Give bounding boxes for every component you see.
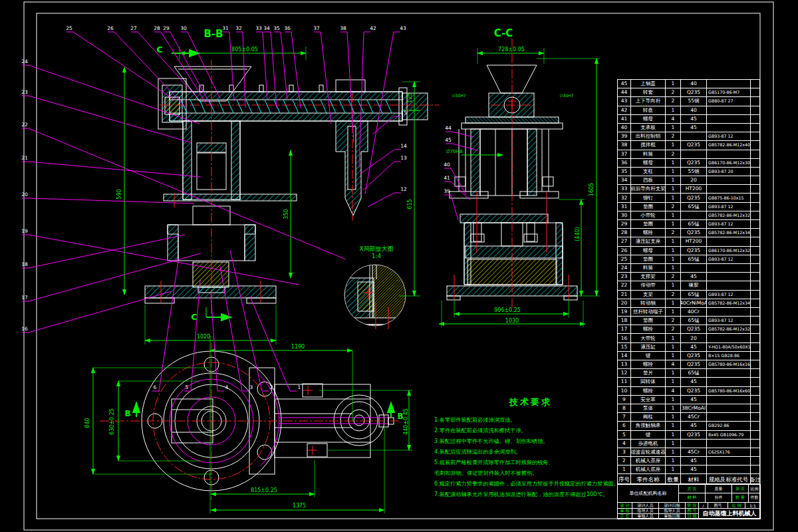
row-cell: 25 — [618, 255, 631, 264]
drawing-title: 自动蒸馏上料机械人 — [698, 508, 761, 519]
row-cell — [751, 360, 759, 369]
balloon-number: 15 — [400, 110, 407, 116]
balloon-number: 22 — [21, 122, 28, 128]
row-cell: 螺栓 — [631, 325, 666, 334]
row-cell — [751, 352, 759, 360]
parts-table-row: 19丝杆转动端子140Cr — [618, 308, 759, 317]
row-cell: 42 — [618, 106, 631, 115]
row-cell: 角接触轴承 — [631, 422, 666, 430]
row-cell — [707, 378, 751, 386]
row-cell: 支撑架 — [631, 273, 666, 281]
row-cell — [707, 237, 751, 246]
title-block-cell: 数 量 — [732, 493, 749, 503]
dimension-label: ∅30H7 — [452, 93, 466, 98]
balloon-number: 41 — [444, 175, 450, 181]
row-cell: 29 — [618, 220, 631, 229]
row-cell: 45 — [681, 378, 707, 386]
row-cell: 小带轮 — [631, 211, 666, 220]
row-cell: Q235 — [681, 352, 707, 360]
row-cell: 32 — [618, 194, 631, 202]
parts-table-row: 4步进电机1 — [618, 440, 759, 448]
row-cell: 17 — [618, 325, 631, 334]
row-cell: 1 — [666, 431, 681, 440]
row-cell: 1 — [666, 334, 681, 342]
row-cell: 转盘 — [631, 106, 666, 115]
row-cell: 37 — [618, 150, 631, 159]
header-cell: 规格及标准代号 — [707, 474, 751, 484]
parts-table-row: 37料筒2 — [618, 150, 759, 159]
row-cell: 12 — [618, 369, 631, 378]
dimension-label: 590 — [116, 189, 122, 199]
screw-flight — [190, 100, 196, 113]
parts-table-row: 28螺栓2Q235GB5782-86-M12x34 — [618, 229, 759, 237]
parts-table-row: 27液压缸支座1HT200 — [618, 237, 759, 246]
row-cell: GB93-87 12 — [707, 132, 751, 141]
row-cell: 45 — [681, 343, 707, 352]
screw-flight — [265, 100, 271, 113]
row-cell: GB93-87 12 — [707, 255, 751, 264]
row-cell — [751, 273, 759, 281]
balloon-number: 13 — [400, 155, 407, 161]
row-cell: 前后导向杆支架 — [631, 185, 666, 194]
row-cell: 2 — [666, 291, 681, 299]
row-cell: 液压缸支座 — [631, 237, 666, 246]
row-cell: 45 — [681, 466, 707, 474]
parts-table-row: 31垫圈265锰GB93-87 12 — [618, 203, 759, 211]
balloon-number: 42 — [370, 25, 376, 31]
row-cell: 键 — [631, 431, 666, 440]
row-cell: 1 — [666, 194, 681, 202]
row-cell — [751, 343, 759, 352]
row-cell — [751, 422, 759, 430]
row-cell: 1 — [666, 396, 681, 404]
dimension-label: 815±0.25 — [251, 487, 277, 493]
dimension-label: 1030 — [505, 318, 519, 324]
row-cell: GB875-86-10x15 — [707, 194, 751, 202]
row-cell: 1 — [666, 413, 681, 422]
row-cell — [751, 448, 759, 457]
screw-flight — [321, 100, 327, 113]
row-cell: 1 — [666, 299, 681, 308]
parts-table-row: 13螺栓4Q235GB5780-86-M16x16 — [618, 360, 759, 369]
base-plate — [145, 286, 276, 298]
row-cell — [751, 237, 759, 246]
dimension-label: 1375 — [293, 503, 306, 509]
row-cell: HT200 — [681, 185, 707, 194]
row-cell: 40 — [681, 80, 707, 88]
row-cell — [751, 141, 759, 150]
balloon-number: 38 — [340, 25, 346, 31]
row-cell: 1 — [666, 80, 681, 88]
row-cell: 1 — [666, 106, 681, 115]
balloon-number: 23 — [21, 89, 28, 95]
row-cell: 大带轮 — [631, 334, 666, 342]
screw-flight — [237, 100, 243, 113]
balloon-number: 26 — [107, 25, 114, 31]
row-cell — [681, 264, 707, 273]
header-cell: 备注 — [751, 474, 759, 484]
row-cell: 转动轴 — [631, 299, 666, 308]
row-cell — [751, 203, 759, 211]
row-cell: 34 — [618, 176, 631, 185]
balloon-number: 12 — [400, 186, 407, 192]
leader-line — [314, 32, 331, 124]
view-detail-x — [344, 265, 409, 328]
parts-table-row: 33前后导向杆支架1HT200 — [618, 185, 759, 194]
dimension-label: 728±0.05 — [498, 47, 525, 53]
screw-flight — [367, 100, 373, 113]
row-cell — [751, 124, 759, 132]
leader-line — [368, 193, 401, 207]
balloon-number: 6 — [154, 384, 157, 390]
row-cell: 1 — [666, 281, 681, 290]
row-cell: 65锰 — [681, 220, 707, 229]
row-cell: 垫片 — [631, 369, 666, 378]
tech-requirement-line: 1.各零部件装配前必须涂润滑油。 — [434, 414, 627, 425]
row-cell: 液压缸 — [631, 343, 666, 352]
screw-flight — [330, 100, 336, 113]
row-cell — [707, 150, 751, 159]
leader-line — [152, 261, 178, 391]
plan-belt-magenta — [170, 376, 388, 466]
row-cell: 45 — [681, 422, 707, 430]
row-cell: 1 — [666, 141, 681, 150]
leader-line — [274, 32, 287, 100]
balloon-number: 37 — [313, 25, 320, 31]
row-cell: 45 — [681, 273, 707, 281]
